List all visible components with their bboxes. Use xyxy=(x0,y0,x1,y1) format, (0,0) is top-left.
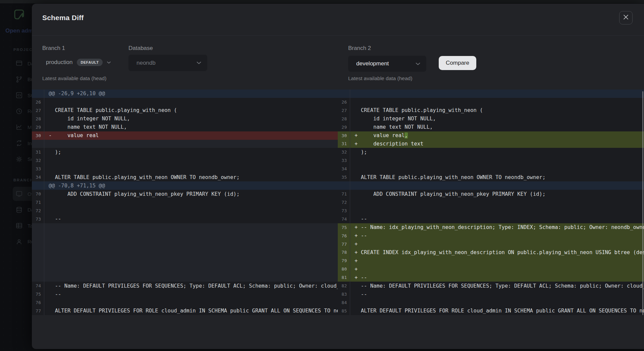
close-icon xyxy=(623,14,629,21)
char-diff-highlight: , xyxy=(405,132,408,138)
line-number xyxy=(338,181,350,190)
code-line xyxy=(44,232,338,240)
line-number: 33 xyxy=(32,165,44,173)
line-number: 75 xyxy=(32,290,44,298)
code-line: + -- xyxy=(350,273,644,282)
diff-pane-branch2: 2627 CREATE TABLE public.playing_with_ne… xyxy=(338,90,644,315)
line-number: 73 xyxy=(338,207,350,215)
code-line xyxy=(350,181,644,190)
branch2-select[interactable]: development xyxy=(348,56,426,72)
code-line xyxy=(44,140,338,148)
code-line xyxy=(350,198,644,207)
code-line: ALTER TABLE public.playing_with_neon OWN… xyxy=(44,173,338,181)
code-line xyxy=(44,98,338,106)
line-number: 77 xyxy=(32,307,44,315)
diff-row-ctx-72: 72 xyxy=(338,198,644,207)
diff-row-ctx-72: 72 xyxy=(32,207,338,215)
diff-row-ctx-71: 71 ADD CONSTRAINT playing_with_neon_pkey… xyxy=(338,190,644,198)
database-select[interactable]: neondb xyxy=(128,55,207,71)
diff-row-ctx-32: 32 ); xyxy=(338,148,644,156)
diff-row-ctx-84: 84 xyxy=(338,298,644,307)
diff-row-fill xyxy=(32,232,338,240)
database-value: neondb xyxy=(137,60,156,66)
line-number: 70 xyxy=(32,190,44,198)
code-line xyxy=(44,198,338,207)
line-number xyxy=(32,248,44,257)
line-number: 27 xyxy=(338,106,350,115)
code-line xyxy=(44,298,338,307)
code-line: - value real xyxy=(44,131,338,140)
code-line xyxy=(44,256,338,265)
diff-row-ctx-34: 34 xyxy=(338,165,644,173)
line-number xyxy=(32,223,44,232)
line-number xyxy=(32,273,44,282)
compare-button[interactable]: Compare xyxy=(439,56,476,70)
diff-row-fill xyxy=(32,223,338,232)
modal-title: Schema Diff xyxy=(42,14,84,22)
diff-row-ctx-85: 85 ALTER DEFAULT PRIVILEGES FOR ROLE clo… xyxy=(338,307,644,315)
diff-row-ctx-77: 77 ALTER DEFAULT PRIVILEGES FOR ROLE clo… xyxy=(32,307,338,315)
code-line xyxy=(350,98,644,106)
line-number: 74 xyxy=(32,282,44,290)
code-line: id integer NOT NULL, xyxy=(44,115,338,123)
branch1-select[interactable]: production DEFAULT xyxy=(46,54,111,71)
diff-row-hunk: @@ -70,8 +71,15 @@ xyxy=(32,181,338,190)
line-number: 74 xyxy=(338,215,350,223)
branch1-value: production xyxy=(46,59,72,66)
diff-row-hunk xyxy=(338,90,644,98)
code-line: name text NOT NULL, xyxy=(44,123,338,131)
line-number: 77 xyxy=(338,240,350,248)
code-line: + description text xyxy=(350,140,644,148)
diff-row-hunk: @@ -26,9 +26,10 @@ xyxy=(32,90,338,98)
diff-row-add-31: 31+ description text xyxy=(338,140,644,148)
code-line: @@ -26,9 +26,10 @@ xyxy=(44,90,338,98)
code-line: ALTER DEFAULT PRIVILEGES FOR ROLE cloud_… xyxy=(44,307,338,315)
line-number: 28 xyxy=(32,115,44,123)
schema-diff-modal: Schema Diff Branch 1 production DEFAULT … xyxy=(32,4,644,349)
diff-row-ctx-76: 76 xyxy=(32,298,338,307)
code-line: + CREATE INDEX idx_playing_with_neon_des… xyxy=(350,248,644,257)
diff-row-fill xyxy=(32,273,338,282)
diff-row-ctx-27: 27 CREATE TABLE public.playing_with_neon… xyxy=(338,106,644,115)
branch1-label: Branch 1 xyxy=(42,45,65,52)
code-line xyxy=(44,240,338,248)
code-line xyxy=(44,273,338,282)
branch2-meta: Latest available data (head) xyxy=(348,75,412,81)
line-number xyxy=(32,181,44,190)
diff-row-ctx-32: 32 xyxy=(32,156,338,165)
code-line: -- xyxy=(44,290,338,298)
diff-row-add-79: 79+ xyxy=(338,256,644,265)
line-number: 84 xyxy=(338,298,350,307)
diff-row-ctx-26: 26 xyxy=(338,98,644,106)
page: Open admin PROJECTDashboardBranchesSQL E… xyxy=(0,0,644,351)
diff-row-ctx-29: 29 name text NOT NULL, xyxy=(338,123,644,131)
diff-row-fill xyxy=(32,248,338,257)
diff-row-ctx-35: 35 ALTER TABLE public.playing_with_neon … xyxy=(338,173,644,181)
line-number: 83 xyxy=(338,290,350,298)
code-line: ); xyxy=(44,148,338,156)
line-number: 31 xyxy=(32,148,44,156)
diff-row-add-76: 76+ -- xyxy=(338,232,644,240)
branch2-value: development xyxy=(356,60,389,67)
line-number: 76 xyxy=(32,298,44,307)
code-line: id integer NOT NULL, xyxy=(350,115,644,123)
diff-row-ctx-29: 29 name text NOT NULL, xyxy=(32,123,338,131)
close-button[interactable] xyxy=(619,11,633,24)
code-line: ALTER DEFAULT PRIVILEGES FOR ROLE cloud_… xyxy=(350,307,644,315)
diff-row-del-30: 30- value real xyxy=(32,131,338,140)
vertical-scrollbar[interactable] xyxy=(642,91,643,315)
code-line: + value real, xyxy=(350,131,644,140)
diff-row-add-75: 75+ -- Name: idx_playing_with_neon_descr… xyxy=(338,223,644,232)
diff-row-fill xyxy=(32,140,338,148)
line-number: 72 xyxy=(32,207,44,215)
diff-row-ctx-83: 83 -- xyxy=(338,290,644,298)
code-line: + -- xyxy=(350,232,644,240)
diff-row-ctx-70: 70 ADD CONSTRAINT playing_with_neon_pkey… xyxy=(32,190,338,198)
code-line: -- xyxy=(350,215,644,223)
diff-row-ctx-33: 33 xyxy=(338,156,644,165)
diff-row-fill xyxy=(32,265,338,273)
line-number: 72 xyxy=(338,198,350,207)
database-label: Database xyxy=(128,45,153,52)
header-divider xyxy=(32,35,644,36)
diff-row-ctx-28: 28 id integer NOT NULL, xyxy=(338,115,644,123)
